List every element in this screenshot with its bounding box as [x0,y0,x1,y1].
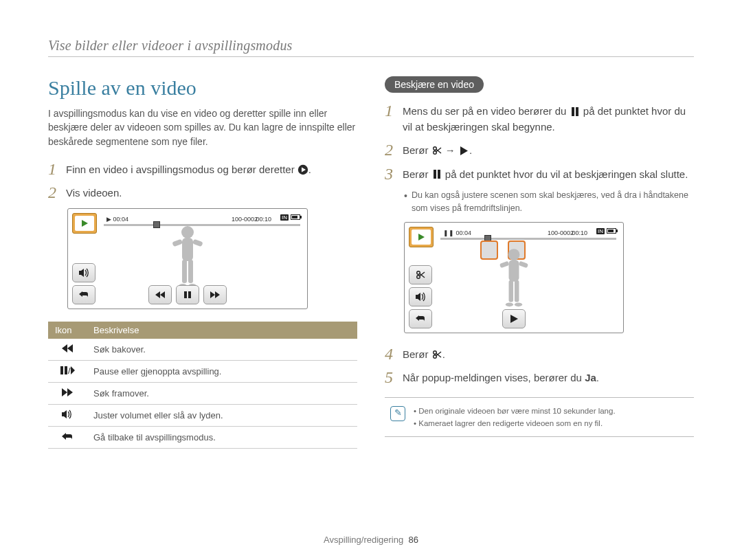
step-2: 2 Vis videoen. [48,184,357,201]
step-text: Berør [403,168,429,180]
battery-icon [291,214,300,220]
step-text: Når popup-meldingen vises, berører du [403,372,585,383]
table-row: Søk bakover. [48,339,357,361]
icon-description-table: Ikon Beskrivelse Søk bakover. / Pause el… [48,322,357,449]
back-button[interactable] [409,309,432,328]
step-3: 3 Berør på det punktet hvor du vil at be… [385,166,694,183]
play-button[interactable] [502,309,526,328]
svg-rect-18 [434,170,436,179]
note-icon: ✎ [390,406,405,421]
in-badge: IN [596,228,605,234]
pause-icon [431,170,442,179]
file-number: 100-0002 [232,216,258,223]
step-4: 4 Berør . [385,346,694,363]
rewind-button[interactable] [148,285,172,304]
svg-rect-9 [184,291,187,298]
scissors-icon [431,146,442,155]
pause-button[interactable] [176,285,199,304]
svg-rect-22 [499,260,510,268]
sub-bullet-text: Du kan også justere scenen som skal besk… [412,189,694,215]
svg-rect-15 [576,107,578,116]
status-icons: IN [596,228,616,234]
step-5: 5 Når popup-meldingen vises, berører du … [385,369,694,386]
step-number: 2 [385,142,396,159]
person-silhouette [495,246,533,315]
play-icon [458,146,469,155]
note-item: Kameraet lagrer den redigerte videoen so… [414,417,616,429]
progress-knob[interactable] [153,221,160,228]
note-box: ✎ Den originale videoen bør være minst 1… [385,397,694,438]
fast-forward-button[interactable] [203,285,227,304]
intro-paragraph: I avspillingsmodus kan du vise en video … [48,107,357,148]
battery-icon [607,228,616,234]
table-row: / Pause eller gjenoppta avspilling. [48,360,357,382]
step-text: Mens du ser på en video berører du [403,105,566,117]
table-header-desc: Beskrivelse [87,322,357,339]
file-number: 100-0002 [548,229,574,236]
volume-icon [48,404,87,426]
table-cell: Gå tilbake til avspillingsmodus. [87,426,357,448]
svg-rect-21 [509,260,519,282]
playback-figure: ▶ 00:04 00:10 100-0002 IN [67,208,308,309]
scissors-button[interactable] [409,265,432,284]
back-button[interactable] [72,285,95,304]
table-row: Juster volumet eller slå av lyden. [48,404,357,426]
svg-rect-19 [438,170,440,179]
volume-button[interactable] [72,263,95,282]
step-number: 5 [385,369,396,386]
total-time: 00:10 [256,216,271,223]
svg-text:/: / [68,366,71,375]
svg-point-26 [506,302,513,306]
step-text: på det punktet hvor du vil at beskjæring… [445,168,688,180]
fast-forward-icon [48,382,87,404]
step-number: 2 [48,184,59,201]
svg-point-1 [181,226,194,238]
svg-rect-2 [182,238,193,261]
video-thumbnail-icon [409,227,434,247]
svg-rect-10 [188,291,191,298]
svg-rect-5 [182,260,187,283]
elapsed-time: ❚❚ 00:04 [443,229,471,236]
table-cell: Juster volumet eller slå av lyden. [87,404,357,426]
step-suffix: . [308,164,311,175]
breadcrumb: Vise bilder eller videoer i avspillingsm… [48,38,694,57]
right-column: Beskjære en video 1 Mens du ser på en vi… [385,76,694,449]
subsection-pill: Beskjære en video [385,76,484,93]
svg-rect-14 [572,107,574,116]
step-text: Berør [403,348,429,360]
pause-play-icon: / [48,360,87,382]
section-title: Spille av en video [48,76,357,100]
back-icon [48,426,87,448]
footer-section: Avspilling/redigering [324,535,403,545]
step-text: Finn en video i avspillingsmodus og berø… [66,164,295,175]
video-thumbnail-icon [72,213,97,234]
progress-bar[interactable] [440,238,616,240]
play-circle-icon [297,165,308,175]
svg-rect-12 [65,366,67,374]
elapsed-time: ▶ 00:04 [106,216,128,223]
step-1: 1 Mens du ser på en video berører du på … [385,102,694,135]
svg-rect-24 [509,280,514,302]
svg-rect-11 [60,366,63,374]
in-badge: IN [280,214,289,221]
step-1: 1 Finn en video i avspillingsmodus og be… [48,161,357,178]
table-cell: Pause eller gjenoppta avspilling. [87,360,357,382]
step-text: Berør [403,144,429,156]
total-time: 00:10 [572,229,587,236]
step-suffix: . [469,144,472,156]
step-suffix: . [596,372,599,383]
rewind-icon [48,339,87,361]
svg-rect-3 [172,239,183,247]
svg-point-20 [508,249,520,260]
volume-button[interactable] [409,287,432,306]
bullet-dot [404,189,407,215]
sub-bullet: Du kan også justere scenen som skal besk… [404,189,694,215]
table-row: Gå tilbake til avspillingsmodus. [48,426,357,448]
table-row: Søk framover. [48,382,357,404]
step-bold: Ja [585,372,596,383]
page-footer: Avspilling/redigering 86 [0,535,742,545]
pause-icon [570,107,581,116]
step-number: 1 [385,102,396,135]
page-number: 86 [408,535,418,545]
svg-rect-23 [519,260,529,268]
